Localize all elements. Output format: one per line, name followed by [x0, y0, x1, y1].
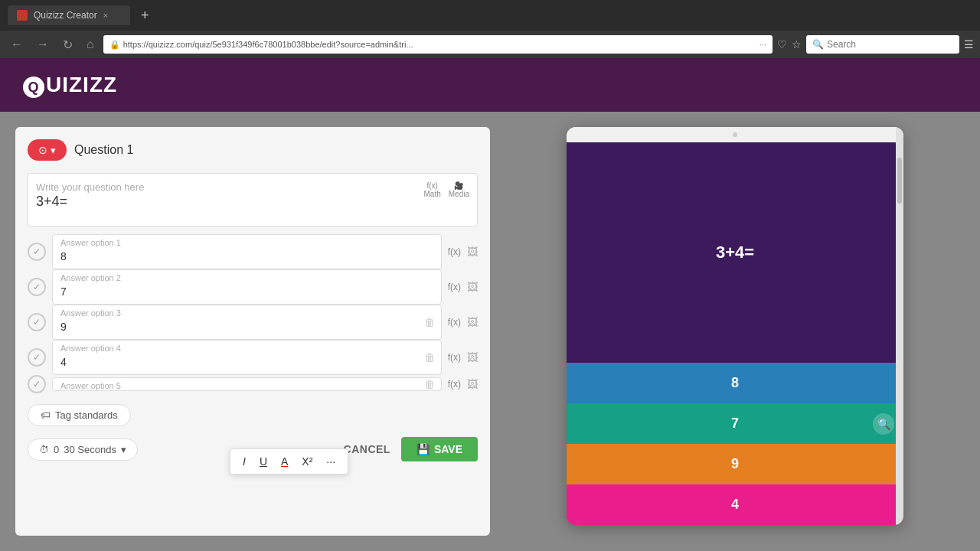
url-more-icon: ··· [760, 40, 766, 49]
answer-fx-1[interactable]: f(x) [448, 246, 461, 257]
search-bar[interactable]: 🔍 [806, 35, 959, 54]
question-text-area[interactable]: Write your question here 3+4= f(x) Math … [28, 173, 478, 227]
timer-label: 30 Seconds [64, 444, 116, 455]
check-icon-2[interactable]: ✓ [28, 278, 46, 296]
answer-input-5[interactable]: Answer option 5 🗑 [52, 377, 442, 391]
cancel-button[interactable]: CANCEL [344, 443, 390, 455]
logo-text: UIZIZZ [46, 73, 117, 96]
tablet-scrollbar[interactable] [896, 127, 903, 525]
answer-img-1[interactable]: 🖼 [467, 246, 478, 258]
answer-img-4[interactable]: 🖼 [467, 351, 478, 364]
save-button[interactable]: 💾 SAVE [401, 437, 478, 461]
answer-value-1: 8 [60, 250, 67, 262]
footer-right: CANCEL 💾 SAVE [344, 437, 478, 461]
app-body: ⊙ ▾ Question 1 Write your question here … [0, 112, 980, 551]
check-icon-1[interactable]: ✓ [28, 243, 46, 261]
media-label: Media [449, 190, 469, 198]
answer-img-5[interactable]: 🖼 [467, 378, 478, 390]
answer-input-4[interactable]: Answer option 4 4 🗑 [52, 340, 442, 375]
fx-label: f(x) [424, 181, 441, 190]
answer-fx-3[interactable]: f(x) [448, 317, 461, 328]
tablet-frame: 3+4= 87🔍94 [567, 127, 903, 525]
question-tools: f(x) Math 🎥 Media [424, 181, 469, 198]
refresh-button[interactable]: ↻ [58, 34, 77, 55]
more-format-btn[interactable]: ··· [320, 452, 341, 471]
browser-nav-bar: ← → ↻ ⌂ 🔒 https://quizizz.com/quiz/5e931… [0, 31, 980, 58]
answer-rows: ✓ Answer option 1 8 f(x) 🖼 ✓ Answer opti… [28, 234, 478, 393]
quizizz-logo: QUIZIZZ [23, 73, 117, 98]
preview-answer-3[interactable]: 9 [567, 444, 903, 484]
save-icon: 💾 [416, 443, 430, 455]
preview-question-text: 3+4= [716, 243, 754, 262]
answer-img-2[interactable]: 🖼 [467, 281, 478, 293]
answer-value-3: 9 [60, 321, 67, 333]
menu-icon[interactable]: ☰ [964, 38, 974, 51]
delete-answer-5[interactable]: 🗑 [424, 378, 435, 390]
star-icon[interactable]: ☆ [792, 38, 802, 51]
zoom-icon[interactable]: 🔍 [873, 413, 894, 435]
tablet-camera [733, 132, 737, 137]
preview-answer-2[interactable]: 7🔍 [567, 403, 903, 444]
preview-answer-4[interactable]: 4 [567, 484, 903, 525]
answer-fx-2[interactable]: f(x) [448, 282, 461, 292]
answer-input-3[interactable]: Answer option 3 9 🗑 [52, 305, 442, 340]
app-header: QUIZIZZ [0, 58, 980, 112]
search-input[interactable] [827, 39, 934, 50]
new-tab-button[interactable]: + [136, 8, 154, 24]
media-tool-btn[interactable]: 🎥 Media [449, 181, 469, 198]
superscript-btn[interactable]: X² [296, 452, 318, 471]
preview-answer-1[interactable]: 8 [567, 363, 903, 403]
logo-q: Q [23, 77, 44, 98]
timer-prefix: 0 [54, 444, 59, 455]
math-tool-btn[interactable]: f(x) Math [424, 181, 441, 198]
answer-fx-4[interactable]: f(x) [448, 352, 461, 363]
answer-input-2[interactable]: Answer option 2 7 [52, 269, 442, 305]
italic-btn[interactable]: I [237, 452, 252, 471]
question-placeholder: Write your question here [36, 181, 144, 193]
browser-tab[interactable]: Quizizz Creator × [8, 5, 130, 25]
url-text: https://quizizz.com/quiz/5e931f349f6c780… [123, 40, 756, 49]
text-color-btn[interactable]: A [275, 452, 294, 471]
search-icon: 🔍 [812, 39, 824, 50]
timer-icon: ⏱ [39, 444, 49, 455]
check-icon-5[interactable]: ✓ [28, 375, 46, 393]
check-icon-4[interactable]: ✓ [28, 348, 46, 367]
underline-btn[interactable]: U [253, 452, 273, 471]
media-icon: 🎥 [449, 181, 469, 190]
question-content[interactable]: 3+4= [36, 194, 469, 210]
dropdown-arrow: ▾ [51, 145, 56, 156]
question-editor: ⊙ ▾ Question 1 Write your question here … [15, 127, 490, 536]
timer-button[interactable]: ⏱ 0 30 Seconds ▾ [28, 439, 138, 461]
timer-dropdown-arrow: ▾ [121, 444, 126, 455]
delete-answer-3[interactable]: 🗑 [424, 316, 435, 328]
browser-chrome: Quizizz Creator × + [0, 0, 980, 31]
bookmarks-icon[interactable]: ♡ [777, 38, 787, 51]
preview-panel: 3+4= 87🔍94 [505, 127, 965, 536]
back-button[interactable]: ← [6, 34, 28, 54]
question-type-button[interactable]: ⊙ ▾ [28, 139, 67, 161]
quiz-question-display: 3+4= [567, 142, 903, 363]
check-icon-3[interactable]: ✓ [28, 313, 46, 331]
answer-label-2: Answer option 2 [60, 273, 121, 282]
answer-img-3[interactable]: 🖼 [467, 316, 478, 328]
question-header: ⊙ ▾ Question 1 [28, 139, 478, 161]
tablet-screen: 3+4= 87🔍94 [567, 142, 903, 525]
answer-label-3: Answer option 3 [60, 308, 121, 318]
answer-label-5: Answer option 5 [60, 381, 121, 390]
save-label: SAVE [434, 443, 462, 455]
forward-button[interactable]: → [32, 34, 54, 54]
answer-label-4: Answer option 4 [60, 344, 121, 353]
answer-input-1[interactable]: Answer option 1 8 [52, 234, 442, 269]
answer-label-1: Answer option 1 [60, 238, 121, 247]
question-title: Question 1 [74, 143, 133, 157]
scrollbar-thumb[interactable] [897, 158, 902, 204]
url-bar[interactable]: 🔒 https://quizizz.com/quiz/5e931f349f6c7… [103, 35, 773, 54]
delete-answer-4[interactable]: 🗑 [424, 351, 435, 364]
answer-fx-5[interactable]: f(x) [448, 379, 461, 390]
tag-standards-label: Tag standards [55, 409, 118, 421]
answer-value-4: 4 [60, 356, 67, 368]
tab-close-btn[interactable]: × [103, 11, 108, 20]
tag-standards-button[interactable]: 🏷 Tag standards [28, 404, 131, 426]
home-button[interactable]: ⌂ [82, 34, 99, 54]
tab-title: Quizizz Creator [34, 10, 97, 21]
